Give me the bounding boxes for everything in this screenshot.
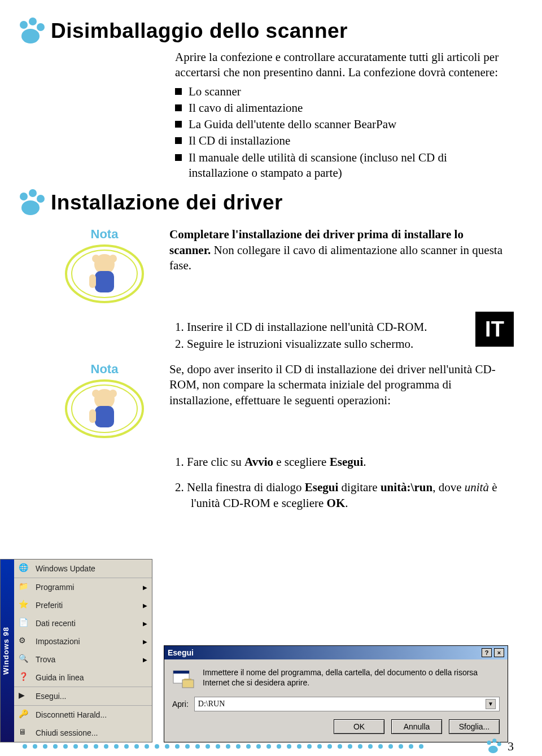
- note-text-1: Completare l'installazione dei driver pr…: [169, 227, 502, 273]
- run-dialog-titlebar: Esegui ? ×: [164, 646, 508, 659]
- menu-item-label: Programmi: [36, 583, 74, 592]
- menu-item-icon: 🌐: [19, 563, 30, 574]
- package-item: Lo scanner: [175, 84, 502, 99]
- intro-text: Aprire la confezione e controllare accur…: [175, 50, 502, 81]
- svg-point-4: [20, 193, 28, 200]
- menu-item-label: Dati recenti: [36, 619, 76, 628]
- svg-rect-14: [89, 274, 96, 288]
- menu-item-label: Guida in linea: [36, 673, 84, 682]
- run-dialog-screenshot: Esegui ? × Immettere il nome del program…: [164, 645, 508, 742]
- close-button[interactable]: ×: [494, 648, 504, 657]
- run-open-label: Apri:: [172, 700, 189, 709]
- menu-item-label: Impostazioni: [36, 637, 80, 646]
- svg-point-19: [109, 390, 117, 397]
- package-item: Il manuale delle utilità di scansione (i…: [175, 150, 502, 181]
- submenu-arrow-icon: ▶: [143, 602, 147, 609]
- svg-point-29: [488, 746, 498, 753]
- menu-item-icon: 🖥: [19, 727, 30, 738]
- page-footer: 3: [0, 738, 514, 755]
- start-menu-brand: Windows 98: [1, 560, 14, 742]
- svg-point-2: [37, 23, 45, 31]
- svg-point-5: [29, 189, 37, 197]
- step-3: 1. Fare clic su Avvio e scegliere Esegui…: [175, 455, 502, 470]
- bear-icon: [62, 243, 147, 305]
- svg-point-11: [92, 255, 100, 263]
- package-item: La Guida dell'utente dello scanner BearP…: [175, 117, 502, 132]
- note-label: Nota: [56, 362, 152, 377]
- step-1: 1. Inserire il CD di installazione nell'…: [175, 320, 502, 335]
- menu-item-icon: ⚙: [19, 636, 30, 647]
- svg-rect-23: [173, 671, 189, 674]
- svg-point-18: [92, 390, 100, 397]
- menu-item-icon: ❓: [19, 672, 30, 683]
- note-badge-1: Nota: [56, 227, 152, 307]
- dropdown-icon[interactable]: ▼: [486, 699, 496, 709]
- note-badge-2: Nota: [56, 362, 152, 442]
- run-icon: [172, 667, 195, 690]
- heading-install: Installazione dei driver: [17, 189, 502, 217]
- menu-item-label: Chiudi sessione...: [36, 728, 98, 737]
- svg-point-1: [29, 18, 37, 25]
- package-contents-list: Lo scannerIl cavo di alimentazioneLa Gui…: [175, 84, 502, 181]
- paw-icon: [17, 189, 45, 217]
- page-number: 3: [508, 739, 514, 754]
- note-label: Nota: [56, 227, 152, 242]
- svg-rect-13: [95, 271, 114, 292]
- svg-point-7: [21, 200, 40, 215]
- start-menu-screenshot: Windows 98 🌐Windows Update📁Programmi▶⭐Pr…: [0, 559, 152, 742]
- svg-point-27: [492, 738, 496, 742]
- run-open-input[interactable]: D:\RUN ▼: [194, 697, 500, 711]
- paw-icon: [17, 17, 45, 45]
- submenu-arrow-icon: ▶: [143, 639, 147, 645]
- bear-icon: [62, 378, 147, 440]
- cancel-button[interactable]: Annulla: [391, 719, 442, 734]
- svg-rect-24: [182, 680, 194, 688]
- h1-unpacking: Disimballaggio dello scanner: [51, 19, 348, 43]
- start-menu-item[interactable]: 📄Dati recenti▶: [14, 614, 152, 632]
- package-item: Il cavo di alimentazione: [175, 100, 502, 116]
- start-menu-item[interactable]: ▶Esegui...: [14, 687, 152, 705]
- submenu-arrow-icon: ▶: [143, 584, 147, 591]
- menu-item-label: Esegui...: [36, 692, 66, 701]
- start-menu-item[interactable]: ⚙Impostazioni▶: [14, 632, 152, 650]
- paw-icon: [485, 738, 502, 755]
- svg-rect-21: [89, 409, 96, 423]
- menu-item-icon: 🔑: [19, 709, 30, 720]
- svg-point-28: [497, 742, 501, 746]
- menu-item-label: Preferiti: [36, 601, 63, 610]
- menu-item-label: Windows Update: [36, 564, 95, 573]
- svg-point-26: [487, 741, 491, 745]
- menu-item-icon: 📄: [19, 618, 30, 629]
- start-menu-item[interactable]: ⭐Preferiti▶: [14, 596, 152, 614]
- start-menu-item[interactable]: 🔍Trova▶: [14, 650, 152, 668]
- submenu-arrow-icon: ▶: [143, 657, 147, 663]
- svg-point-0: [20, 21, 28, 29]
- menu-item-icon: ⭐: [19, 600, 30, 611]
- menu-item-icon: 📁: [19, 582, 30, 593]
- menu-item-icon: ▶: [19, 691, 30, 702]
- run-dialog-text: Immettere il nome del programma, della c…: [203, 667, 500, 688]
- start-menu-item[interactable]: 🔑Disconnetti Harald...: [14, 705, 152, 724]
- note-text-2: Se, dopo aver inserito il CD di installa…: [169, 362, 502, 408]
- menu-item-label: Disconnetti Harald...: [36, 710, 107, 719]
- step-2: 2. Seguire le istruzioni visualizzate su…: [175, 337, 502, 352]
- svg-point-12: [109, 255, 117, 263]
- svg-rect-20: [95, 406, 114, 427]
- start-menu-item[interactable]: 🌐Windows Update: [14, 560, 152, 578]
- submenu-arrow-icon: ▶: [143, 620, 147, 627]
- heading-unpacking: Disimballaggio dello scanner: [17, 17, 502, 45]
- help-button[interactable]: ?: [482, 648, 492, 657]
- start-menu-item[interactable]: 📁Programmi▶: [14, 578, 152, 596]
- browse-button[interactable]: Sfoglia...: [449, 719, 500, 734]
- svg-point-3: [21, 29, 40, 43]
- ok-button[interactable]: OK: [334, 719, 384, 734]
- menu-item-icon: 🔍: [19, 654, 30, 665]
- h1-install: Installazione dei driver: [51, 191, 283, 215]
- package-item: Il CD di installazione: [175, 133, 502, 148]
- language-badge: IT: [475, 312, 514, 347]
- start-menu-item[interactable]: ❓Guida in linea: [14, 668, 152, 687]
- svg-point-6: [37, 195, 45, 203]
- step-4: 2. Nella finestra di dialogo Esegui digi…: [175, 480, 502, 511]
- menu-item-label: Trova: [36, 655, 55, 664]
